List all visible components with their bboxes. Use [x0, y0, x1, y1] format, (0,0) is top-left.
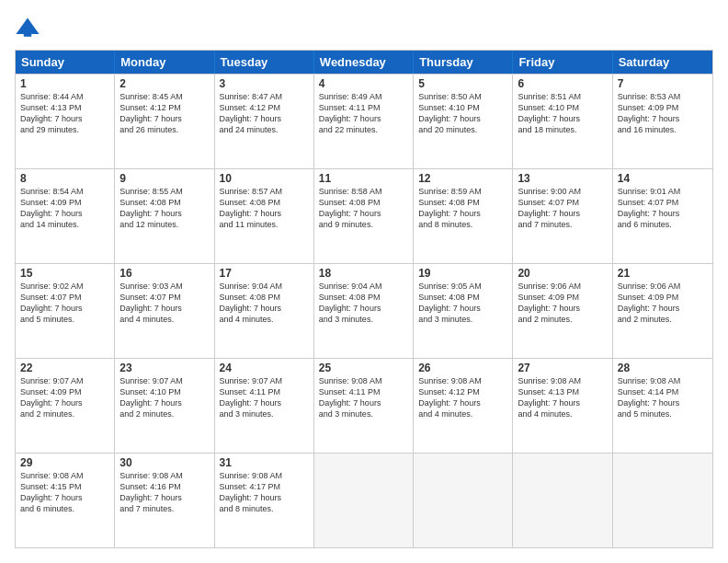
week-row-2: 8Sunrise: 8:54 AM Sunset: 4:09 PM Daylig… [16, 168, 712, 263]
cell-info: Sunrise: 8:53 AM Sunset: 4:09 PM Dayligh… [618, 91, 708, 136]
cell-info: Sunrise: 9:04 AM Sunset: 4:08 PM Dayligh… [319, 281, 408, 326]
cal-cell: 24Sunrise: 9:07 AM Sunset: 4:11 PM Dayli… [215, 359, 314, 453]
day-number: 27 [518, 362, 607, 374]
cell-info: Sunrise: 9:08 AM Sunset: 4:12 PM Dayligh… [418, 375, 507, 420]
cal-cell [613, 454, 712, 547]
cell-info: Sunrise: 9:08 AM Sunset: 4:17 PM Dayligh… [220, 470, 309, 515]
day-number: 5 [418, 77, 507, 90]
cal-cell [513, 454, 612, 547]
day-header-monday: Monday [115, 51, 214, 74]
cal-cell: 19Sunrise: 9:05 AM Sunset: 4:08 PM Dayli… [414, 264, 513, 358]
day-number: 9 [119, 172, 209, 185]
cell-info: Sunrise: 9:03 AM Sunset: 4:07 PM Dayligh… [119, 281, 209, 326]
cal-cell: 23Sunrise: 9:07 AM Sunset: 4:10 PM Dayli… [115, 359, 214, 453]
week-row-5: 29Sunrise: 9:08 AM Sunset: 4:15 PM Dayli… [16, 453, 712, 547]
logo-icon [15, 15, 40, 40]
cal-cell: 13Sunrise: 9:00 AM Sunset: 4:07 PM Dayli… [513, 169, 612, 263]
cal-cell [414, 454, 513, 547]
calendar-body: 1Sunrise: 8:44 AM Sunset: 4:13 PM Daylig… [16, 74, 712, 547]
svg-marker-0 [16, 18, 39, 35]
day-number: 8 [20, 172, 109, 185]
page: SundayMondayTuesdayWednesdayThursdayFrid… [0, 0, 728, 563]
cell-info: Sunrise: 8:51 AM Sunset: 4:10 PM Dayligh… [518, 91, 607, 136]
cell-info: Sunrise: 8:47 AM Sunset: 4:12 PM Dayligh… [220, 91, 309, 136]
cal-cell: 4Sunrise: 8:49 AM Sunset: 4:11 PM Daylig… [314, 75, 414, 168]
cell-info: Sunrise: 9:07 AM Sunset: 4:11 PM Dayligh… [220, 375, 309, 420]
day-number: 6 [518, 77, 607, 90]
calendar: SundayMondayTuesdayWednesdayThursdayFrid… [15, 50, 713, 548]
cell-info: Sunrise: 9:08 AM Sunset: 4:15 PM Dayligh… [20, 470, 109, 515]
cell-info: Sunrise: 8:59 AM Sunset: 4:08 PM Dayligh… [418, 186, 507, 231]
day-header-wednesday: Wednesday [314, 51, 414, 74]
day-number: 17 [220, 267, 309, 280]
day-number: 23 [119, 362, 209, 374]
cell-info: Sunrise: 9:02 AM Sunset: 4:07 PM Dayligh… [20, 281, 109, 326]
cal-cell: 31Sunrise: 9:08 AM Sunset: 4:17 PM Dayli… [215, 454, 314, 547]
cell-info: Sunrise: 9:08 AM Sunset: 4:16 PM Dayligh… [119, 470, 209, 515]
day-number: 4 [319, 77, 408, 90]
cal-cell: 10Sunrise: 8:57 AM Sunset: 4:08 PM Dayli… [215, 169, 314, 263]
day-number: 16 [119, 267, 209, 280]
day-header-friday: Friday [513, 51, 612, 74]
cell-info: Sunrise: 9:06 AM Sunset: 4:09 PM Dayligh… [518, 281, 607, 326]
cal-cell: 17Sunrise: 9:04 AM Sunset: 4:08 PM Dayli… [215, 264, 314, 358]
day-header-sunday: Sunday [16, 51, 115, 74]
day-number: 25 [319, 362, 408, 374]
day-header-tuesday: Tuesday [215, 51, 314, 74]
day-number: 1 [20, 77, 109, 90]
cell-info: Sunrise: 9:04 AM Sunset: 4:08 PM Dayligh… [220, 281, 309, 326]
cal-cell: 6Sunrise: 8:51 AM Sunset: 4:10 PM Daylig… [513, 75, 612, 168]
cell-info: Sunrise: 8:44 AM Sunset: 4:13 PM Dayligh… [20, 91, 109, 136]
cell-info: Sunrise: 8:58 AM Sunset: 4:08 PM Dayligh… [319, 186, 408, 231]
day-number: 30 [119, 456, 209, 469]
logo [15, 15, 44, 40]
cell-info: Sunrise: 9:06 AM Sunset: 4:09 PM Dayligh… [618, 281, 708, 326]
cal-cell: 9Sunrise: 8:55 AM Sunset: 4:08 PM Daylig… [115, 169, 214, 263]
cal-cell: 15Sunrise: 9:02 AM Sunset: 4:07 PM Dayli… [16, 264, 115, 358]
cal-cell: 20Sunrise: 9:06 AM Sunset: 4:09 PM Dayli… [513, 264, 612, 358]
cal-cell: 30Sunrise: 9:08 AM Sunset: 4:16 PM Dayli… [115, 454, 214, 547]
day-number: 12 [418, 172, 507, 185]
cal-cell: 27Sunrise: 9:08 AM Sunset: 4:13 PM Dayli… [513, 359, 612, 453]
day-number: 2 [119, 77, 209, 90]
day-number: 18 [319, 267, 408, 280]
day-number: 24 [220, 362, 309, 374]
cell-info: Sunrise: 9:07 AM Sunset: 4:10 PM Dayligh… [119, 375, 209, 420]
cell-info: Sunrise: 8:50 AM Sunset: 4:10 PM Dayligh… [418, 91, 507, 136]
cal-cell: 18Sunrise: 9:04 AM Sunset: 4:08 PM Dayli… [314, 264, 414, 358]
day-number: 14 [618, 172, 708, 185]
cell-info: Sunrise: 9:00 AM Sunset: 4:07 PM Dayligh… [518, 186, 607, 231]
cal-cell: 7Sunrise: 8:53 AM Sunset: 4:09 PM Daylig… [613, 75, 712, 168]
week-row-4: 22Sunrise: 9:07 AM Sunset: 4:09 PM Dayli… [16, 358, 712, 453]
cell-info: Sunrise: 9:05 AM Sunset: 4:08 PM Dayligh… [418, 281, 507, 326]
cal-cell: 26Sunrise: 9:08 AM Sunset: 4:12 PM Dayli… [414, 359, 513, 453]
cell-info: Sunrise: 9:01 AM Sunset: 4:07 PM Dayligh… [618, 186, 708, 231]
day-number: 11 [319, 172, 408, 185]
cell-info: Sunrise: 9:07 AM Sunset: 4:09 PM Dayligh… [20, 375, 109, 420]
cal-cell: 22Sunrise: 9:07 AM Sunset: 4:09 PM Dayli… [16, 359, 115, 453]
cal-cell: 25Sunrise: 9:08 AM Sunset: 4:11 PM Dayli… [314, 359, 414, 453]
day-number: 29 [20, 456, 109, 469]
cell-info: Sunrise: 8:55 AM Sunset: 4:08 PM Dayligh… [119, 186, 209, 231]
day-number: 15 [20, 267, 109, 280]
cal-cell: 21Sunrise: 9:06 AM Sunset: 4:09 PM Dayli… [613, 264, 712, 358]
day-number: 31 [220, 456, 309, 469]
cal-cell: 28Sunrise: 9:08 AM Sunset: 4:14 PM Dayli… [613, 359, 712, 453]
day-number: 10 [220, 172, 309, 185]
cal-cell: 12Sunrise: 8:59 AM Sunset: 4:08 PM Dayli… [414, 169, 513, 263]
day-number: 3 [220, 77, 309, 90]
cal-cell: 8Sunrise: 8:54 AM Sunset: 4:09 PM Daylig… [16, 169, 115, 263]
cal-cell: 16Sunrise: 9:03 AM Sunset: 4:07 PM Dayli… [115, 264, 214, 358]
cal-cell: 3Sunrise: 8:47 AM Sunset: 4:12 PM Daylig… [215, 75, 314, 168]
day-header-thursday: Thursday [414, 51, 513, 74]
day-number: 28 [618, 362, 708, 374]
header [15, 15, 713, 40]
cal-cell: 2Sunrise: 8:45 AM Sunset: 4:12 PM Daylig… [115, 75, 214, 168]
day-number: 19 [418, 267, 507, 280]
day-header-saturday: Saturday [613, 51, 712, 74]
day-number: 21 [618, 267, 708, 280]
cal-cell: 5Sunrise: 8:50 AM Sunset: 4:10 PM Daylig… [414, 75, 513, 168]
cell-info: Sunrise: 9:08 AM Sunset: 4:11 PM Dayligh… [319, 375, 408, 420]
cal-cell: 11Sunrise: 8:58 AM Sunset: 4:08 PM Dayli… [314, 169, 414, 263]
cell-info: Sunrise: 8:45 AM Sunset: 4:12 PM Dayligh… [119, 91, 209, 136]
